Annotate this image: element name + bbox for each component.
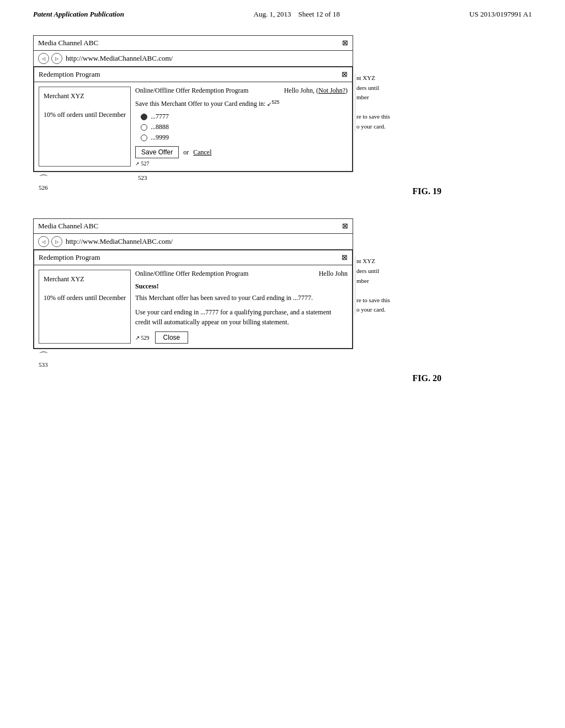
figure-20-block: Media Channel ABC ⊠ ◁ ▷ http://www.Media… [33, 218, 532, 383]
fig20-back-btn[interactable]: ◁ [38, 236, 49, 247]
fig19-radio-empty-2[interactable] [141, 124, 147, 131]
fig20-browser: Media Channel ABC ⊠ ◁ ▷ http://www.Media… [33, 218, 353, 349]
fig20-close-row: ↗ 529 Close [135, 331, 348, 344]
fig19-card-options: ...7777 ...8888 ...9999 [141, 113, 348, 142]
fig19-merchant-name: Merchant XYZ [44, 92, 126, 101]
fig19-card-label-3: ...9999 [151, 133, 169, 142]
fig19-sidebar-line3: mber [356, 93, 403, 103]
patent-header: Patent Application Publication Aug. 1, 2… [0, 0, 565, 24]
fig19-redemption-body: Merchant XYZ 10% off orders until Decemb… [34, 82, 352, 171]
fig19-or-text: or [183, 148, 189, 157]
fig19-card-option-1[interactable]: ...7777 [141, 113, 348, 121]
sheet-info: Aug. 1, 2013 Sheet 12 of 18 [254, 10, 340, 19]
fig20-ref533: ⌒ 533 [39, 351, 49, 368]
fig20-browser-title: Media Channel ABC [38, 222, 98, 231]
fig19-cancel-link[interactable]: Cancel [193, 148, 211, 157]
fig19-ref526: ⌒ 526 [39, 174, 49, 191]
fig19-greeting: Hello John, (Not John?) [284, 87, 348, 95]
fig19-ref525: ↙525 [267, 101, 279, 107]
fig20-nav-buttons: ◁ ▷ [38, 236, 62, 247]
fig19-fwd-btn[interactable]: ▷ [51, 53, 62, 64]
fig20-label: FIG. 20 [33, 373, 441, 383]
fig19-redemption-panel: Redemption Program ⊠ Merchant XYZ 10% of… [34, 67, 353, 172]
fig19-sidebar-clipped: nt XYZ ders until mber re to save this o… [355, 73, 403, 132]
fig19-browser: Media Channel ABC ⊠ ◁ ▷ http://www.Media… [33, 35, 353, 172]
fig19-offer-top-row: Online/Offline Offer Redemption Program … [135, 87, 348, 95]
fig19-browser-close[interactable]: ⊠ [342, 39, 348, 47]
fig19-save-prompt: Save this Merchant Offer to your Card en… [135, 99, 348, 108]
fig19-sidebar-line1: nt XYZ [356, 73, 403, 83]
fig20-close-button[interactable]: Close [155, 331, 189, 344]
fig20-ref-labels: ⌒ 533 [33, 351, 441, 368]
fig20-sidebar-line2: ders until [356, 266, 403, 276]
main-content: Media Channel ABC ⊠ ◁ ▷ http://www.Media… [0, 24, 565, 394]
fig19-container: Media Channel ABC ⊠ ◁ ▷ http://www.Media… [33, 35, 441, 181]
fig19-sidebar-line5: re to save this [356, 112, 403, 122]
fig19-sidebar-line4 [356, 103, 403, 113]
fig19-radio-selected[interactable] [141, 114, 147, 120]
fig20-sidebar-line6: o your card. [356, 305, 403, 315]
fig19-sidebar-line2: ders until [356, 83, 403, 93]
fig19-save-prompt-text: Save this Merchant Offer to your Card en… [135, 100, 265, 108]
fig19-radio-empty-3[interactable] [141, 135, 147, 141]
fig20-fwd-btn[interactable]: ▷ [51, 236, 62, 247]
fig20-ref529: ↗ 529 [135, 335, 150, 341]
fig19-ref527-label: ↗ 527 [135, 160, 348, 167]
fig19-url[interactable]: http://www.MediaChannelABC.com/ [66, 54, 173, 63]
fig19-back-btn[interactable]: ◁ [38, 53, 49, 64]
fig20-address-bar: ◁ ▷ http://www.MediaChannelABC.com/ [34, 234, 353, 250]
fig20-sidebar-line5: re to save this [356, 296, 403, 306]
fig19-card-label-1: ...7777 [151, 113, 169, 121]
fig20-redemption-header: Redemption Program ⊠ [34, 250, 352, 265]
fig19-program-label: Online/Offline Offer Redemption Program [135, 87, 248, 95]
pub-date: Aug. 1, 2013 [254, 10, 291, 18]
fig19-card-option-3[interactable]: ...9999 [141, 133, 348, 142]
fig20-url[interactable]: http://www.MediaChannelABC.com/ [66, 237, 173, 246]
fig20-success-line2: Use your card ending in ...7777 for a qu… [135, 307, 348, 327]
fig20-redemption-title: Redemption Program [39, 253, 100, 262]
fig20-success-line1: This Merchant offer has been saved to yo… [135, 293, 348, 303]
fig19-card-option-2[interactable]: ...8888 [141, 123, 348, 131]
sheet-number: Sheet 12 of 18 [298, 10, 339, 18]
fig20-browser-close[interactable]: ⊠ [342, 222, 348, 231]
fig20-sidebar-line3: mber [356, 276, 403, 286]
fig19-nav-buttons: ◁ ▷ [38, 53, 62, 64]
figure-19-block: Media Channel ABC ⊠ ◁ ▷ http://www.Media… [33, 35, 532, 196]
fig19-action-row: Save Offer or Cancel [135, 146, 348, 158]
fig20-sidebar-line1: nt XYZ [356, 256, 403, 266]
fig19-merchant-offer: 10% off orders until December [44, 110, 126, 120]
fig19-redemption-close[interactable]: ⊠ [342, 70, 348, 79]
fig19-address-bar: ◁ ▷ http://www.MediaChannelABC.com/ [34, 51, 353, 67]
fig19-ref523-label: 523 [138, 174, 441, 181]
fig20-redemption-panel: Redemption Program ⊠ Merchant XYZ 10% of… [34, 250, 353, 349]
fig20-browser-titlebar: Media Channel ABC ⊠ [34, 219, 353, 234]
fig20-merchant-box: Merchant XYZ 10% off orders until Decemb… [39, 270, 131, 344]
fig20-program-label: Online/Offline Offer Redemption Program [135, 270, 248, 278]
fig20-sidebar-clipped: nt XYZ ders until mber re to save this o… [355, 256, 403, 315]
fig20-greeting: Hello John [319, 270, 348, 278]
fig19-card-label-2: ...8888 [151, 123, 169, 131]
fig19-redemption-header: Redemption Program ⊠ [34, 67, 352, 82]
fig19-sidebar-line6: o your card. [356, 122, 403, 132]
fig20-offer-top-row: Online/Offline Offer Redemption Program … [135, 270, 348, 278]
fig20-offer-details: Online/Offline Offer Redemption Program … [135, 270, 348, 344]
fig20-container: Media Channel ABC ⊠ ◁ ▷ http://www.Media… [33, 218, 441, 368]
publication-label: Patent Application Publication [33, 10, 124, 19]
fig20-merchant-name: Merchant XYZ [44, 275, 126, 284]
fig19-offer-details: Online/Offline Offer Redemption Program … [135, 87, 348, 167]
patent-number: US 2013/0197991 A1 [470, 10, 532, 19]
fig20-redemption-body: Merchant XYZ 10% off orders until Decemb… [34, 265, 352, 348]
fig19-merchant-box: Merchant XYZ 10% off orders until Decemb… [39, 87, 131, 167]
fig20-sidebar-line4 [356, 286, 403, 296]
fig19-browser-title: Media Channel ABC [38, 39, 98, 47]
fig20-redemption-close[interactable]: ⊠ [342, 253, 348, 262]
fig20-merchant-offer: 10% off orders until December [44, 293, 126, 303]
fig19-redemption-title: Redemption Program [39, 70, 100, 79]
fig19-save-offer-button[interactable]: Save Offer [135, 146, 179, 158]
fig19-browser-titlebar: Media Channel ABC ⊠ [34, 36, 353, 51]
fig20-success-title: Success! [135, 282, 348, 291]
